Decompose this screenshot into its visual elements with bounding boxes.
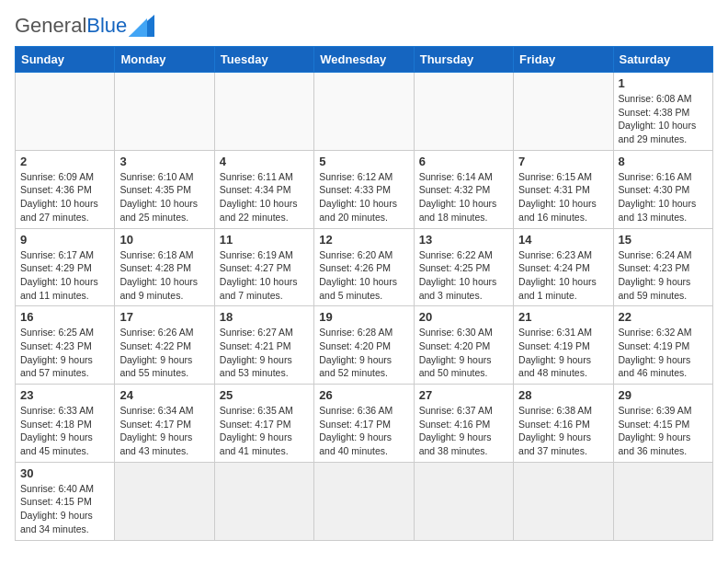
calendar-cell: 18Sunrise: 6:27 AM Sunset: 4:21 PM Dayli… [214, 306, 313, 385]
day-number: 27 [419, 388, 508, 402]
day-number: 28 [518, 388, 608, 402]
day-info: Sunrise: 6:24 AM Sunset: 4:23 PM Dayligh… [619, 248, 708, 303]
weekday-header-cell: Monday [115, 47, 214, 73]
calendar-cell [214, 462, 313, 540]
calendar-row: 1Sunrise: 6:08 AM Sunset: 4:38 PM Daylig… [16, 73, 713, 151]
day-number: 4 [220, 155, 309, 168]
calendar-cell [613, 462, 712, 540]
day-number: 24 [119, 388, 209, 402]
day-number: 23 [20, 388, 109, 402]
weekday-header-cell: Sunday [16, 47, 115, 73]
calendar-cell [314, 73, 414, 151]
day-info: Sunrise: 6:22 AM Sunset: 4:25 PM Dayligh… [419, 248, 508, 303]
calendar-row: 2Sunrise: 6:09 AM Sunset: 4:36 PM Daylig… [16, 150, 713, 228]
day-number: 1 [619, 76, 708, 90]
header: GeneralBlue [15, 15, 713, 37]
calendar-cell: 10Sunrise: 6:18 AM Sunset: 4:28 PM Dayli… [115, 228, 214, 306]
day-info: Sunrise: 6:26 AM Sunset: 4:22 PM Dayligh… [119, 326, 209, 380]
calendar-cell: 12Sunrise: 6:20 AM Sunset: 4:26 PM Dayli… [314, 228, 414, 306]
calendar-cell: 19Sunrise: 6:28 AM Sunset: 4:20 PM Dayli… [314, 306, 414, 385]
day-number: 16 [20, 310, 109, 324]
day-info: Sunrise: 6:15 AM Sunset: 4:31 PM Dayligh… [518, 170, 608, 224]
calendar-cell: 3Sunrise: 6:10 AM Sunset: 4:35 PM Daylig… [115, 150, 214, 228]
weekday-header-cell: Thursday [414, 47, 513, 73]
day-number: 26 [319, 388, 408, 402]
calendar-cell: 26Sunrise: 6:36 AM Sunset: 4:17 PM Dayli… [314, 385, 414, 463]
calendar-cell: 29Sunrise: 6:39 AM Sunset: 4:15 PM Dayli… [613, 385, 712, 463]
day-info: Sunrise: 6:23 AM Sunset: 4:24 PM Dayligh… [518, 248, 608, 303]
calendar-cell: 8Sunrise: 6:16 AM Sunset: 4:30 PM Daylig… [613, 150, 712, 228]
day-info: Sunrise: 6:33 AM Sunset: 4:18 PM Dayligh… [20, 404, 109, 458]
day-info: Sunrise: 6:32 AM Sunset: 4:19 PM Dayligh… [619, 326, 708, 380]
calendar-row: 9Sunrise: 6:17 AM Sunset: 4:29 PM Daylig… [16, 228, 713, 306]
calendar-cell: 11Sunrise: 6:19 AM Sunset: 4:27 PM Dayli… [214, 228, 313, 306]
logo-general: General [15, 14, 86, 37]
day-number: 7 [518, 155, 608, 168]
day-info: Sunrise: 6:19 AM Sunset: 4:27 PM Dayligh… [220, 248, 309, 303]
day-info: Sunrise: 6:12 AM Sunset: 4:33 PM Dayligh… [319, 170, 408, 224]
calendar-cell: 27Sunrise: 6:37 AM Sunset: 4:16 PM Dayli… [414, 385, 513, 463]
day-number: 8 [619, 155, 708, 168]
calendar-cell: 1Sunrise: 6:08 AM Sunset: 4:38 PM Daylig… [613, 73, 712, 151]
day-number: 30 [20, 466, 109, 480]
day-number: 29 [619, 388, 708, 402]
day-info: Sunrise: 6:11 AM Sunset: 4:34 PM Dayligh… [220, 170, 309, 224]
calendar-cell: 24Sunrise: 6:34 AM Sunset: 4:17 PM Dayli… [115, 385, 214, 463]
calendar-cell: 15Sunrise: 6:24 AM Sunset: 4:23 PM Dayli… [613, 228, 712, 306]
day-number: 5 [319, 155, 408, 168]
day-number: 20 [419, 310, 508, 324]
calendar-cell [115, 73, 214, 151]
day-info: Sunrise: 6:35 AM Sunset: 4:17 PM Dayligh… [220, 404, 309, 458]
day-number: 21 [518, 310, 608, 324]
day-info: Sunrise: 6:34 AM Sunset: 4:17 PM Dayligh… [119, 404, 209, 458]
day-number: 15 [619, 233, 708, 247]
weekday-header-cell: Wednesday [314, 47, 414, 73]
calendar-cell: 5Sunrise: 6:12 AM Sunset: 4:33 PM Daylig… [314, 150, 414, 228]
calendar-row: 30Sunrise: 6:40 AM Sunset: 4:15 PM Dayli… [16, 462, 713, 540]
logo-text: GeneralBlue [15, 16, 127, 36]
calendar-cell: 4Sunrise: 6:11 AM Sunset: 4:34 PM Daylig… [214, 150, 313, 228]
calendar-cell [214, 73, 313, 151]
calendar-cell: 21Sunrise: 6:31 AM Sunset: 4:19 PM Dayli… [514, 306, 613, 385]
calendar: SundayMondayTuesdayWednesdayThursdayFrid… [15, 46, 713, 541]
day-number: 6 [419, 155, 508, 168]
logo-blue: Blue [86, 14, 127, 37]
day-info: Sunrise: 6:36 AM Sunset: 4:17 PM Dayligh… [319, 404, 408, 458]
calendar-cell [414, 462, 513, 540]
day-info: Sunrise: 6:14 AM Sunset: 4:32 PM Dayligh… [419, 170, 508, 224]
calendar-cell: 20Sunrise: 6:30 AM Sunset: 4:20 PM Dayli… [414, 306, 513, 385]
day-info: Sunrise: 6:27 AM Sunset: 4:21 PM Dayligh… [220, 326, 309, 380]
day-info: Sunrise: 6:37 AM Sunset: 4:16 PM Dayligh… [419, 404, 508, 458]
day-info: Sunrise: 6:40 AM Sunset: 4:15 PM Dayligh… [20, 482, 109, 536]
day-number: 11 [220, 233, 309, 247]
day-info: Sunrise: 6:39 AM Sunset: 4:15 PM Dayligh… [619, 404, 708, 458]
weekday-header-cell: Friday [514, 47, 613, 73]
calendar-cell: 9Sunrise: 6:17 AM Sunset: 4:29 PM Daylig… [16, 228, 115, 306]
day-info: Sunrise: 6:18 AM Sunset: 4:28 PM Dayligh… [119, 248, 209, 303]
calendar-cell [414, 73, 513, 151]
calendar-cell: 13Sunrise: 6:22 AM Sunset: 4:25 PM Dayli… [414, 228, 513, 306]
calendar-cell: 14Sunrise: 6:23 AM Sunset: 4:24 PM Dayli… [514, 228, 613, 306]
calendar-cell [514, 73, 613, 151]
weekday-header-cell: Saturday [613, 47, 712, 73]
calendar-cell [115, 462, 214, 540]
day-info: Sunrise: 6:16 AM Sunset: 4:30 PM Dayligh… [619, 170, 708, 224]
day-number: 2 [20, 155, 109, 168]
svg-marker-1 [129, 18, 147, 37]
day-number: 14 [518, 233, 608, 247]
calendar-row: 23Sunrise: 6:33 AM Sunset: 4:18 PM Dayli… [16, 385, 713, 463]
calendar-cell [514, 462, 613, 540]
calendar-body: 1Sunrise: 6:08 AM Sunset: 4:38 PM Daylig… [16, 73, 713, 541]
day-number: 25 [220, 388, 309, 402]
day-info: Sunrise: 6:17 AM Sunset: 4:29 PM Dayligh… [20, 248, 109, 303]
day-info: Sunrise: 6:09 AM Sunset: 4:36 PM Dayligh… [20, 170, 109, 224]
logo-icon [129, 15, 154, 37]
calendar-cell: 30Sunrise: 6:40 AM Sunset: 4:15 PM Dayli… [16, 462, 115, 540]
calendar-cell: 7Sunrise: 6:15 AM Sunset: 4:31 PM Daylig… [514, 150, 613, 228]
day-info: Sunrise: 6:30 AM Sunset: 4:20 PM Dayligh… [419, 326, 508, 380]
day-number: 13 [419, 233, 508, 247]
calendar-cell: 2Sunrise: 6:09 AM Sunset: 4:36 PM Daylig… [16, 150, 115, 228]
day-info: Sunrise: 6:25 AM Sunset: 4:23 PM Dayligh… [20, 326, 109, 380]
calendar-cell [16, 73, 115, 151]
day-number: 9 [20, 233, 109, 247]
